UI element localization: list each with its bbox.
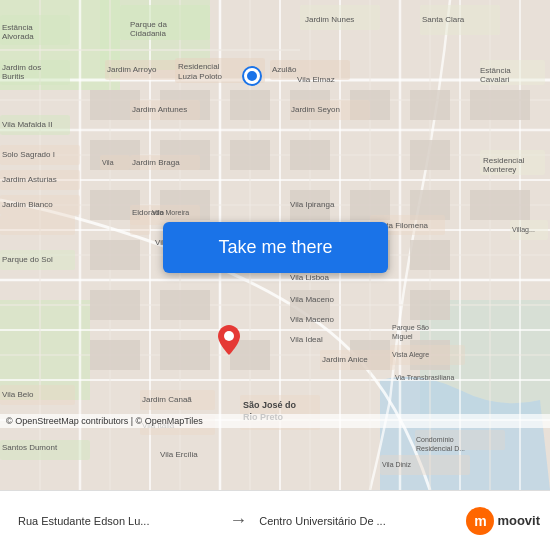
svg-text:Jardim Anice: Jardim Anice xyxy=(322,355,368,364)
svg-text:Residencial: Residencial xyxy=(483,156,525,165)
svg-text:São José do: São José do xyxy=(243,400,297,410)
svg-text:Parque da: Parque da xyxy=(130,20,167,29)
destination-text: Centro Universitário De ... xyxy=(259,515,386,527)
svg-text:Jardim dos: Jardim dos xyxy=(2,63,41,72)
svg-text:Miguel: Miguel xyxy=(392,333,413,341)
svg-text:Vila Maceno: Vila Maceno xyxy=(290,315,334,324)
svg-text:Jardim Antunes: Jardim Antunes xyxy=(132,105,187,114)
svg-text:Vila Diniz: Vila Diniz xyxy=(382,461,412,468)
svg-rect-43 xyxy=(230,140,270,170)
svg-text:Residencial: Residencial xyxy=(178,62,220,71)
svg-text:Luzia Poloto: Luzia Poloto xyxy=(178,72,223,81)
svg-text:Parque São: Parque São xyxy=(392,324,429,332)
svg-rect-65 xyxy=(410,240,450,270)
svg-text:Vista Alegre: Vista Alegre xyxy=(392,351,429,359)
svg-text:Jardim Bianco: Jardim Bianco xyxy=(2,200,53,209)
svg-text:Vila: Vila xyxy=(102,159,114,166)
svg-text:Santa Clara: Santa Clara xyxy=(422,15,465,24)
svg-text:Monterey: Monterey xyxy=(483,165,516,174)
origin-marker xyxy=(244,68,260,84)
svg-text:Azulão: Azulão xyxy=(272,65,297,74)
svg-rect-53 xyxy=(90,290,140,320)
route-destination: Centro Universitário De ... xyxy=(251,515,466,527)
svg-text:Residencial D...: Residencial D... xyxy=(416,445,465,452)
svg-text:Jardim Braga: Jardim Braga xyxy=(132,158,180,167)
svg-text:Santos Dumont: Santos Dumont xyxy=(2,443,58,452)
svg-text:Condomínio: Condomínio xyxy=(416,436,454,443)
svg-text:Jardim Canaã: Jardim Canaã xyxy=(142,395,192,404)
bottom-bar: Rua Estudante Edson Lu... → Centro Unive… xyxy=(0,490,550,550)
map-attribution: © OpenStreetMap contributors | © OpenMap… xyxy=(0,414,550,428)
svg-text:Buritis: Buritis xyxy=(2,72,24,81)
route-arrow-icon: → xyxy=(225,510,251,531)
svg-text:Estância: Estância xyxy=(2,23,33,32)
svg-text:Villag...: Villag... xyxy=(512,226,535,234)
svg-text:Vila Mafalda II: Vila Mafalda II xyxy=(2,120,53,129)
svg-rect-57 xyxy=(160,340,210,370)
svg-rect-61 xyxy=(470,90,530,120)
svg-rect-49 xyxy=(90,240,140,270)
svg-rect-56 xyxy=(90,340,140,370)
svg-text:Solo Sagrado I: Solo Sagrado I xyxy=(2,150,55,159)
svg-text:Vila Ipiranga: Vila Ipiranga xyxy=(290,200,335,209)
map-container: Parque da Cidadania Jardim Nunes Santa C… xyxy=(0,0,550,490)
svg-rect-88 xyxy=(130,215,150,235)
svg-text:Vila Ercília: Vila Ercília xyxy=(160,450,198,459)
svg-text:Vila Belo: Vila Belo xyxy=(2,390,34,399)
origin-text: Rua Estudante Edson Lu... xyxy=(18,515,149,527)
svg-rect-87 xyxy=(0,215,75,235)
svg-text:Vila Maceno: Vila Maceno xyxy=(290,295,334,304)
moovit-name: moovit xyxy=(497,513,540,528)
svg-text:Jardim Asturias: Jardim Asturias xyxy=(2,175,57,184)
svg-text:Cavalari: Cavalari xyxy=(480,75,510,84)
svg-rect-64 xyxy=(470,190,530,220)
svg-rect-66 xyxy=(410,290,450,320)
svg-text:Jardim Seyon: Jardim Seyon xyxy=(291,105,340,114)
moovit-icon: m xyxy=(466,507,494,535)
svg-text:Vila Moreira: Vila Moreira xyxy=(152,209,189,216)
svg-text:Parque do Sol: Parque do Sol xyxy=(2,255,53,264)
moovit-logo: m moovit xyxy=(466,507,540,535)
svg-text:Vila Lisboa: Vila Lisboa xyxy=(290,273,330,282)
destination-marker xyxy=(218,325,240,355)
svg-text:Cidadania: Cidadania xyxy=(130,29,167,38)
svg-rect-60 xyxy=(410,90,450,120)
svg-text:Estância: Estância xyxy=(480,66,511,75)
svg-text:Alvorada: Alvorada xyxy=(2,32,34,41)
svg-text:Jardim Arroyo: Jardim Arroyo xyxy=(107,65,157,74)
svg-text:Jardim Nunes: Jardim Nunes xyxy=(305,15,354,24)
route-origin: Rua Estudante Edson Lu... xyxy=(10,515,225,527)
svg-text:Via Transbrasiliana: Via Transbrasiliana xyxy=(395,374,455,381)
svg-rect-44 xyxy=(290,140,330,170)
take-me-there-button[interactable]: Take me there xyxy=(163,222,388,273)
app: Parque da Cidadania Jardim Nunes Santa C… xyxy=(0,0,550,550)
svg-point-152 xyxy=(224,331,234,341)
svg-rect-62 xyxy=(410,140,450,170)
svg-text:Vila Elmaz: Vila Elmaz xyxy=(297,75,335,84)
svg-rect-54 xyxy=(160,290,210,320)
svg-rect-38 xyxy=(230,90,270,120)
svg-text:Vila Ideal: Vila Ideal xyxy=(290,335,323,344)
